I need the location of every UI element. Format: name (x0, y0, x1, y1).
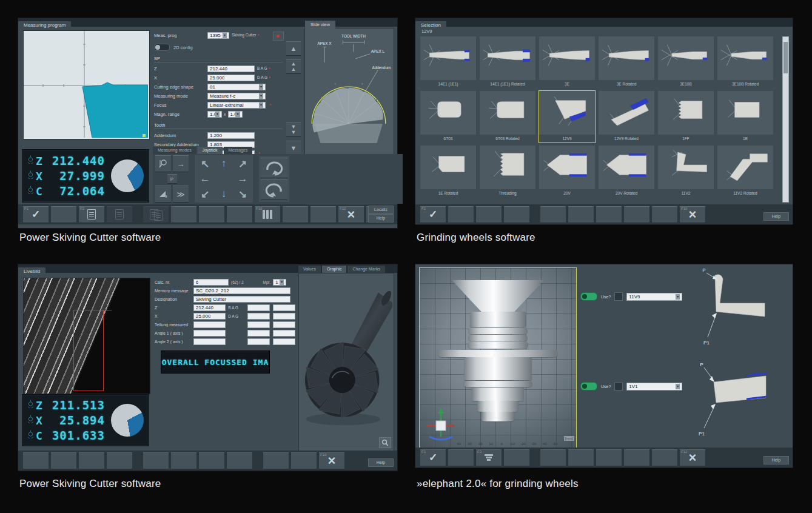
help-button[interactable]: Help (368, 458, 394, 467)
wheel-tile-3e[interactable]: 3E (539, 36, 595, 88)
angle-jog-button[interactable] (155, 186, 171, 203)
tab-messages[interactable]: Messages (224, 147, 253, 154)
blank-button[interactable] (596, 449, 622, 466)
arrow-up-fast-button[interactable]: ▲▲ (286, 59, 301, 74)
jog-→[interactable]: → (233, 172, 252, 186)
blank-button[interactable] (652, 449, 677, 466)
wheel-tile-11v2-rotated[interactable]: 11V2 Rotated (717, 146, 773, 197)
jog-↗[interactable]: ↗ (233, 156, 252, 171)
wheel-tile-14e1-1e1-[interactable]: 14E1 (1E1) (420, 36, 476, 88)
scrollbar[interactable] (782, 36, 789, 203)
blank-button[interactable] (448, 206, 474, 223)
step-right-button[interactable]: → (173, 155, 189, 172)
cancel-button[interactable]: F10× (319, 452, 344, 469)
confirm-button[interactable]: F1✓ (23, 206, 49, 223)
zoom-measure-button[interactable] (155, 155, 171, 172)
arrow-up-button[interactable]: ▲ (286, 41, 301, 56)
aux-field[interactable] (247, 313, 270, 320)
rotate-cw-button[interactable] (261, 158, 287, 178)
blank-button[interactable] (624, 206, 649, 223)
blank-button[interactable] (540, 449, 566, 466)
blank-button[interactable] (227, 452, 252, 469)
wheel-tile-3e10b[interactable]: 3E10B (658, 36, 714, 88)
record-indicator-button[interactable] (273, 32, 284, 41)
jog-←[interactable]: ← (196, 172, 214, 186)
cancel-button[interactable]: F12× (338, 206, 364, 223)
wheel-tile-14e1-1e1-rotated[interactable]: 14E1 (1E1) Rotated (480, 36, 535, 88)
wheel-tile-1e-rotated[interactable]: 1E Rotated (420, 146, 476, 197)
blank-button[interactable] (23, 452, 49, 469)
profile-plot[interactable] (23, 30, 150, 139)
aux-field[interactable] (273, 304, 295, 311)
blank-button[interactable] (504, 449, 529, 466)
archive-button[interactable]: F10 (255, 206, 280, 223)
wheel-3d-view[interactable]: 403020100-10-20-30-40-50 [mm] (419, 267, 577, 448)
blank-button[interactable] (263, 452, 289, 469)
wheel-tile-1ff[interactable]: 1FF (658, 91, 714, 142)
aux-field[interactable] (273, 313, 295, 320)
jog-↓[interactable]: ↓ (215, 187, 233, 201)
use-toggle[interactable] (580, 292, 597, 301)
cancel-button[interactable]: F12× (680, 449, 705, 466)
aux-field[interactable] (273, 338, 295, 345)
blank-button[interactable] (540, 206, 566, 223)
blank-button[interactable] (596, 206, 622, 223)
jog-↑[interactable]: ↑ (215, 156, 233, 171)
use-toggle[interactable] (580, 382, 597, 391)
help-button[interactable]: Help (368, 214, 394, 223)
blank-button[interactable] (107, 452, 132, 469)
blank-button[interactable] (652, 206, 677, 223)
input-Calc. nr.[interactable]: 6 (193, 279, 229, 286)
wheel-tile-11v2[interactable]: 11V2 (658, 146, 714, 197)
confirm-button[interactable]: F1✓ (420, 206, 446, 223)
tab-measuring-program[interactable]: Measuring program (18, 21, 71, 30)
jog-↘[interactable]: ↘ (233, 187, 252, 201)
blank-button[interactable] (227, 206, 252, 223)
document-disabled-button[interactable] (107, 206, 132, 223)
wheel-type-select-1[interactable]: 11V9▾ (626, 293, 682, 301)
input-Teilung measured[interactable] (193, 321, 226, 328)
input-Angle 2 ( axis )[interactable] (193, 338, 226, 345)
select-Cutting edge shape[interactable]: 01▾ (207, 84, 266, 90)
swatch-button[interactable] (614, 382, 623, 391)
wheel-tile-threading[interactable]: Threading (480, 146, 535, 197)
input-Addendum[interactable]: 1.200 (207, 132, 255, 139)
range-x[interactable]: 1.0▾ (207, 111, 222, 118)
prog-number-select[interactable]: 1395▾ (207, 32, 229, 39)
input-Memory message[interactable]: SC_D20.2_212 (193, 287, 290, 294)
wheel-tile-3e-rotated[interactable]: 3E Rotated (599, 36, 654, 88)
blank-button[interactable] (51, 452, 76, 469)
magnifier-button[interactable] (379, 437, 391, 448)
input-X[interactable]: 25.000 (193, 313, 226, 320)
help-button[interactable]: Help (763, 212, 789, 221)
localization-button[interactable]: Localiz (368, 206, 394, 214)
jog-↙[interactable]: ↙ (196, 187, 214, 201)
input-Z[interactable]: 212.440 (193, 304, 226, 311)
tab-side-view[interactable]: Side view (305, 21, 335, 29)
arrow-down-fast-button[interactable]: ▼▼ (286, 122, 301, 137)
wheel-tile-6t03-rotated[interactable]: 6T03 Rotated (480, 91, 535, 142)
aux-field[interactable] (273, 321, 295, 328)
blank-button[interactable] (199, 206, 224, 223)
blank-button[interactable] (568, 449, 594, 466)
wheel-tile-12v9[interactable]: 12V9 (539, 91, 595, 142)
tab-change-marks[interactable]: Change Marks (347, 266, 385, 273)
jog-↖[interactable]: ↖ (196, 156, 214, 171)
wheel-tile-12v9-rotated[interactable]: 12V9 Rotated (599, 91, 654, 142)
aux-field[interactable] (247, 304, 270, 311)
input-Z[interactable]: 212.440 (207, 65, 255, 72)
wheel-tile-1e[interactable]: 1E (717, 91, 773, 142)
aux-field[interactable] (247, 330, 270, 337)
camera-live-image[interactable] (23, 278, 150, 394)
blank-button[interactable] (199, 452, 224, 469)
blank-button[interactable] (51, 206, 76, 223)
aux-field[interactable] (273, 330, 295, 337)
wheel-tile-20v[interactable]: 20V (539, 146, 595, 197)
blank-button[interactable] (171, 206, 196, 223)
tab-values[interactable]: Values (298, 266, 321, 273)
swatch-button[interactable] (614, 292, 623, 301)
confirm-button[interactable]: F1✓ (420, 449, 446, 466)
wheel-tile-6t03[interactable]: 6T03 (420, 91, 476, 142)
wheel-tile-3e10b-rotated[interactable]: 3E10B Rotated (717, 36, 773, 88)
cancel-button[interactable]: F10× (680, 206, 705, 223)
